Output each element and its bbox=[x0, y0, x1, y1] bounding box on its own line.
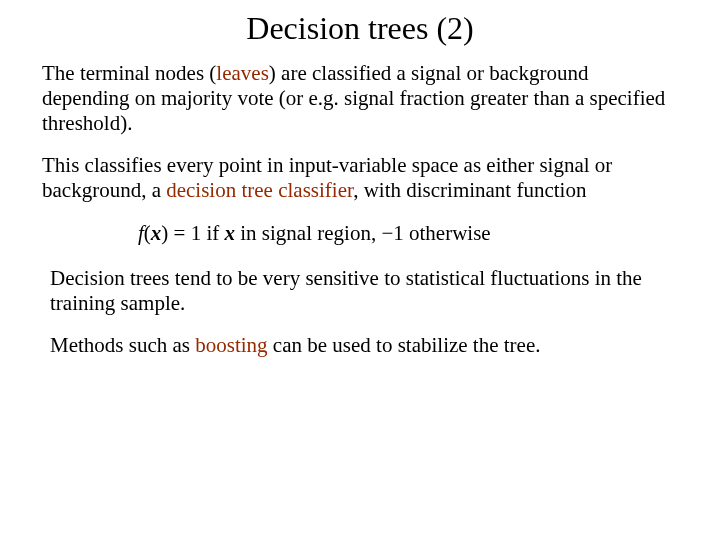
p1-text-a: The terminal nodes ( bbox=[42, 61, 216, 85]
term-boosting: boosting bbox=[195, 333, 267, 357]
p4-text-a: Methods such as bbox=[50, 333, 195, 357]
discriminant-formula: f(x) = 1 if x in signal region, −1 other… bbox=[138, 221, 720, 246]
paragraph-2: This classifies every point in input-var… bbox=[42, 153, 678, 203]
paragraph-4: Methods such as boosting can be used to … bbox=[50, 333, 670, 358]
formula-x1: x bbox=[151, 221, 162, 245]
formula-mid: ) = 1 if bbox=[161, 221, 224, 245]
p4-text-b: can be used to stabilize the tree. bbox=[268, 333, 541, 357]
formula-tail: in signal region, −1 otherwise bbox=[235, 221, 491, 245]
slide-title: Decision trees (2) bbox=[0, 0, 720, 61]
paragraph-3: Decision trees tend to be very sensitive… bbox=[50, 266, 670, 316]
term-classifier: decision tree classifier bbox=[166, 178, 353, 202]
formula-open: ( bbox=[144, 221, 151, 245]
formula-x2: x bbox=[225, 221, 236, 245]
term-leaves: leaves bbox=[216, 61, 268, 85]
p2-text-b: , with discriminant function bbox=[353, 178, 586, 202]
paragraph-1: The terminal nodes (leaves) are classifi… bbox=[42, 61, 678, 135]
